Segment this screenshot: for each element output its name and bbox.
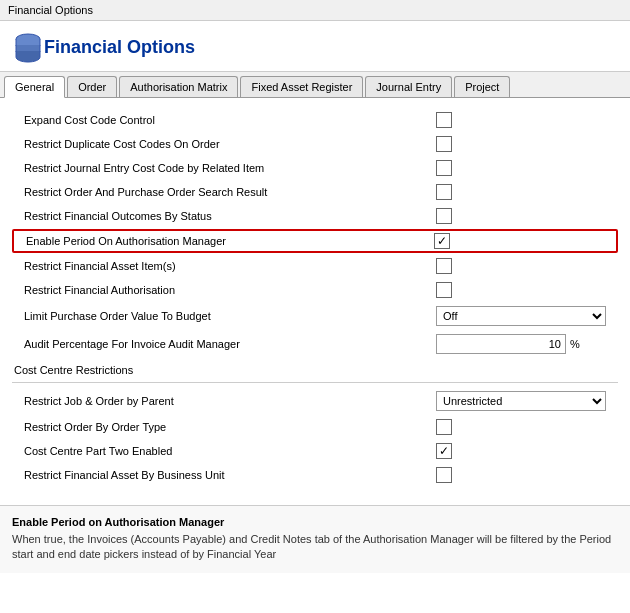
control-restrict-job: Unrestricted Restricted xyxy=(436,391,616,411)
checkbox-enable-period[interactable] xyxy=(434,233,450,249)
option-restrict-job: Restrict Job & Order by Parent Unrestric… xyxy=(12,387,618,415)
option-restrict-order-type: Restrict Order By Order Type xyxy=(12,415,618,439)
dropdown-container-limit-purchase: Off On Warn xyxy=(436,306,606,326)
option-restrict-financial-asset: Restrict Financial Asset Item(s) xyxy=(12,254,618,278)
label-cost-centre-part-two: Cost Centre Part Two Enabled xyxy=(14,445,436,457)
label-enable-period: Enable Period On Authorisation Manager xyxy=(16,235,434,247)
control-restrict-financial-auth xyxy=(436,282,616,298)
control-restrict-order-search xyxy=(436,184,616,200)
tab-authorisation-matrix[interactable]: Authorisation Matrix xyxy=(119,76,238,97)
label-limit-purchase: Limit Purchase Order Value To Budget xyxy=(14,310,436,322)
control-restrict-journal xyxy=(436,160,616,176)
section-cost-centre: Cost Centre Restrictions xyxy=(12,358,618,378)
dropdown-container-restrict-job: Unrestricted Restricted xyxy=(436,391,606,411)
label-restrict-job: Restrict Job & Order by Parent xyxy=(14,395,436,407)
checkbox-restrict-financial-asset-bu[interactable] xyxy=(436,467,452,483)
checkbox-expand-cost-code[interactable] xyxy=(436,112,452,128)
checkbox-restrict-financial-outcomes[interactable] xyxy=(436,208,452,224)
page-title: Financial Options xyxy=(44,37,195,58)
label-expand-cost-code: Expand Cost Code Control xyxy=(14,114,436,126)
option-restrict-journal: Restrict Journal Entry Cost Code by Rela… xyxy=(12,156,618,180)
window: Financial Options General Order Authoris… xyxy=(0,21,630,613)
tab-order[interactable]: Order xyxy=(67,76,117,97)
help-box: Enable Period on Authorisation Manager W… xyxy=(0,505,630,573)
header: Financial Options xyxy=(0,21,630,72)
control-restrict-financial-outcomes xyxy=(436,208,616,224)
label-restrict-financial-auth: Restrict Financial Authorisation xyxy=(14,284,436,296)
checkbox-restrict-financial-asset[interactable] xyxy=(436,258,452,274)
label-restrict-order-type: Restrict Order By Order Type xyxy=(14,421,436,433)
tab-project[interactable]: Project xyxy=(454,76,510,97)
option-limit-purchase: Limit Purchase Order Value To Budget Off… xyxy=(12,302,618,330)
control-enable-period xyxy=(434,233,614,249)
audit-input-container: % xyxy=(436,334,580,354)
select-limit-purchase[interactable]: Off On Warn xyxy=(436,306,606,326)
control-restrict-financial-asset xyxy=(436,258,616,274)
control-limit-purchase: Off On Warn xyxy=(436,306,616,326)
select-restrict-job[interactable]: Unrestricted Restricted xyxy=(436,391,606,411)
help-title: Enable Period on Authorisation Manager xyxy=(12,516,618,528)
divider-cost-centre xyxy=(12,382,618,383)
control-expand-cost-code xyxy=(436,112,616,128)
tab-fixed-asset-register[interactable]: Fixed Asset Register xyxy=(240,76,363,97)
label-restrict-financial-asset-bu: Restrict Financial Asset By Business Uni… xyxy=(14,469,436,481)
tabs-container: General Order Authorisation Matrix Fixed… xyxy=(0,72,630,98)
checkbox-restrict-financial-auth[interactable] xyxy=(436,282,452,298)
option-restrict-financial-asset-bu: Restrict Financial Asset By Business Uni… xyxy=(12,463,618,487)
title-bar: Financial Options xyxy=(0,0,630,21)
label-restrict-journal: Restrict Journal Entry Cost Code by Rela… xyxy=(14,162,436,174)
control-cost-centre-part-two xyxy=(436,443,616,459)
checkbox-restrict-order-search[interactable] xyxy=(436,184,452,200)
option-restrict-order-search: Restrict Order And Purchase Order Search… xyxy=(12,180,618,204)
option-enable-period: Enable Period On Authorisation Manager xyxy=(12,229,618,253)
help-text: When true, the Invoices (Accounts Payabl… xyxy=(12,532,618,563)
option-cost-centre-part-two: Cost Centre Part Two Enabled xyxy=(12,439,618,463)
checkbox-restrict-order-type[interactable] xyxy=(436,419,452,435)
title-bar-label: Financial Options xyxy=(8,4,93,16)
database-icon xyxy=(12,31,44,63)
input-audit-percentage[interactable] xyxy=(436,334,566,354)
content-area: Expand Cost Code Control Restrict Duplic… xyxy=(0,98,630,497)
option-restrict-duplicate: Restrict Duplicate Cost Codes On Order xyxy=(12,132,618,156)
option-restrict-financial-auth: Restrict Financial Authorisation xyxy=(12,278,618,302)
label-restrict-financial-outcomes: Restrict Financial Outcomes By Status xyxy=(14,210,436,222)
label-restrict-duplicate: Restrict Duplicate Cost Codes On Order xyxy=(14,138,436,150)
option-audit-percentage: Audit Percentage For Invoice Audit Manag… xyxy=(12,330,618,358)
control-audit-percentage: % xyxy=(436,334,616,354)
label-restrict-order-search: Restrict Order And Purchase Order Search… xyxy=(14,186,436,198)
control-restrict-financial-asset-bu xyxy=(436,467,616,483)
control-restrict-order-type xyxy=(436,419,616,435)
checkbox-restrict-duplicate[interactable] xyxy=(436,136,452,152)
tab-general[interactable]: General xyxy=(4,76,65,98)
label-restrict-financial-asset: Restrict Financial Asset Item(s) xyxy=(14,260,436,272)
checkbox-cost-centre-part-two[interactable] xyxy=(436,443,452,459)
tab-journal-entry[interactable]: Journal Entry xyxy=(365,76,452,97)
control-restrict-duplicate xyxy=(436,136,616,152)
label-audit-percentage: Audit Percentage For Invoice Audit Manag… xyxy=(14,338,436,350)
option-restrict-financial-outcomes: Restrict Financial Outcomes By Status xyxy=(12,204,618,228)
pct-suffix: % xyxy=(570,338,580,350)
checkbox-restrict-journal[interactable] xyxy=(436,160,452,176)
option-expand-cost-code: Expand Cost Code Control xyxy=(12,108,618,132)
